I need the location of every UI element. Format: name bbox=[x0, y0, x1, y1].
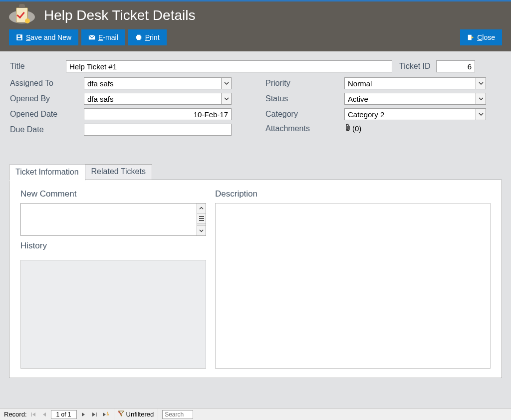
chevron-down-icon[interactable] bbox=[476, 108, 486, 120]
description-label: Description bbox=[215, 189, 491, 199]
assigned-to-label: Assigned To bbox=[10, 79, 84, 88]
title-input[interactable] bbox=[66, 60, 392, 72]
assigned-to-combo[interactable] bbox=[84, 77, 232, 89]
priority-label: Priority bbox=[265, 79, 344, 88]
save-icon bbox=[16, 34, 23, 41]
new-comment-textarea[interactable] bbox=[21, 204, 197, 235]
page-title: Help Desk Ticket Details bbox=[44, 7, 195, 23]
due-date-input[interactable] bbox=[84, 124, 232, 136]
new-comment-field[interactable] bbox=[20, 203, 206, 236]
nav-last-icon[interactable] bbox=[90, 410, 99, 419]
close-label: lose bbox=[482, 33, 495, 41]
svg-rect-14 bbox=[96, 413, 97, 417]
status-input[interactable] bbox=[344, 93, 476, 105]
opened-by-input[interactable] bbox=[84, 93, 222, 105]
svg-rect-2 bbox=[18, 38, 21, 40]
comment-scrollbar[interactable] bbox=[197, 204, 206, 235]
form-area: Title Ticket ID Assigned To Opened By bbox=[0, 51, 511, 144]
svg-marker-13 bbox=[92, 413, 95, 417]
new-comment-label: New Comment bbox=[20, 189, 206, 199]
ticket-id-label: Ticket ID bbox=[399, 62, 436, 71]
tab-ticket-information[interactable]: Ticket Information bbox=[9, 165, 85, 181]
ticket-id-input[interactable] bbox=[436, 60, 475, 72]
email-label: -mail bbox=[103, 33, 118, 41]
chevron-down-icon[interactable] bbox=[476, 93, 486, 105]
status-combo[interactable] bbox=[344, 93, 486, 105]
paperclip-icon bbox=[344, 124, 351, 133]
title-label: Title bbox=[10, 62, 66, 71]
priority-input[interactable] bbox=[344, 77, 476, 89]
svg-rect-7 bbox=[468, 35, 472, 40]
svg-marker-10 bbox=[32, 413, 35, 417]
due-date-label: Due Date bbox=[10, 125, 84, 134]
svg-rect-6 bbox=[137, 38, 140, 40]
filter-state: Unfiltered bbox=[126, 411, 154, 418]
tab-panel-ticket-information: New Comment History Description bbox=[9, 180, 502, 378]
close-button[interactable]: Close bbox=[460, 29, 502, 45]
tab-related-tickets[interactable]: Related Tickets bbox=[85, 164, 152, 180]
svg-marker-15 bbox=[103, 413, 106, 417]
description-box[interactable] bbox=[215, 203, 491, 369]
status-label: Status bbox=[265, 94, 344, 103]
print-button[interactable]: Print bbox=[128, 29, 167, 45]
opened-date-input[interactable] bbox=[84, 108, 232, 120]
svg-rect-5 bbox=[137, 35, 140, 37]
svg-rect-9 bbox=[31, 413, 32, 417]
chevron-down-icon[interactable] bbox=[222, 77, 232, 89]
record-navigator: Record: ✲ Unfiltered bbox=[0, 408, 511, 420]
priority-combo[interactable] bbox=[344, 77, 486, 89]
scroll-up-icon[interactable] bbox=[197, 204, 206, 213]
svg-marker-19 bbox=[119, 411, 124, 416]
record-label: Record: bbox=[4, 411, 27, 418]
opened-date-label: Opened Date bbox=[10, 110, 84, 119]
nav-first-icon[interactable] bbox=[29, 410, 38, 419]
nav-next-icon[interactable] bbox=[79, 410, 88, 419]
svg-text:✲: ✲ bbox=[106, 413, 109, 417]
svg-rect-1 bbox=[18, 35, 20, 37]
clipboard-check-icon bbox=[9, 5, 35, 25]
svg-marker-8 bbox=[472, 36, 474, 38]
opened-by-combo[interactable] bbox=[84, 93, 232, 105]
opened-by-label: Opened By bbox=[10, 94, 84, 103]
email-button[interactable]: E-mail bbox=[81, 29, 125, 45]
attachments-count: (0) bbox=[352, 124, 361, 133]
history-label: History bbox=[20, 241, 206, 251]
filter-icon[interactable] bbox=[118, 411, 124, 418]
svg-marker-11 bbox=[43, 413, 46, 417]
tab-area: Ticket Information Related Tickets New C… bbox=[0, 164, 511, 378]
category-label: Category bbox=[265, 110, 344, 119]
print-label: rint bbox=[150, 33, 159, 41]
chevron-down-icon[interactable] bbox=[222, 93, 232, 105]
svg-marker-12 bbox=[82, 413, 85, 417]
door-exit-icon bbox=[467, 34, 474, 41]
scroll-down-icon[interactable] bbox=[197, 225, 206, 235]
print-icon bbox=[135, 34, 142, 41]
scroll-track[interactable] bbox=[197, 223, 206, 225]
chevron-down-icon[interactable] bbox=[476, 77, 486, 89]
nav-prev-icon[interactable] bbox=[40, 410, 49, 419]
record-search-input[interactable] bbox=[162, 410, 193, 419]
assigned-to-input[interactable] bbox=[84, 77, 222, 89]
mail-icon bbox=[88, 34, 95, 41]
attachments-label: Attachments bbox=[265, 124, 344, 133]
category-input[interactable] bbox=[344, 108, 476, 120]
save-and-new-button[interactable]: Save and New bbox=[9, 29, 78, 45]
attachments-control[interactable]: (0) bbox=[344, 124, 361, 133]
scroll-thumb-icon[interactable] bbox=[197, 213, 206, 223]
category-combo[interactable] bbox=[344, 108, 486, 120]
header-bar: Help Desk Ticket Details Save and New E-… bbox=[0, 1, 511, 51]
history-box bbox=[20, 260, 206, 369]
nav-new-icon[interactable]: ✲ bbox=[101, 410, 110, 419]
save-and-new-label: ave and New bbox=[30, 33, 71, 41]
record-position-input[interactable] bbox=[51, 410, 77, 419]
